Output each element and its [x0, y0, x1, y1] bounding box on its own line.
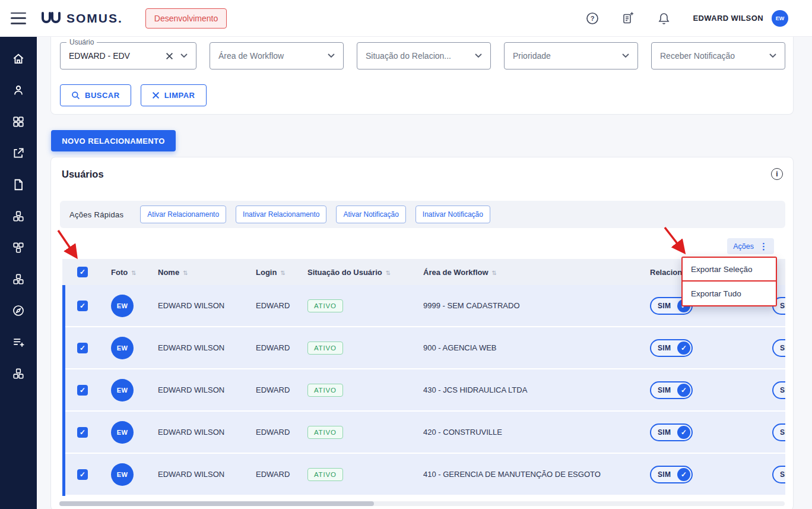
area-workflow-placeholder: Área de Workflow [218, 51, 328, 61]
brand-mark-icon [40, 11, 62, 26]
avatar: EW [111, 379, 134, 401]
acoes-label: Ações [733, 242, 754, 251]
inativar-notificacao-button[interactable]: Inativar Notificação [415, 206, 490, 223]
avatar: EW [111, 421, 134, 444]
select-all-checkbox[interactable] [77, 267, 88, 277]
clear-selection-icon[interactable] [166, 52, 173, 60]
user-name: EDWARD WILSON [693, 14, 763, 23]
notificacao-toggle[interactable]: SIM [772, 466, 785, 483]
playlist-add-icon [12, 336, 25, 349]
column-header-login[interactable]: Login⇅ [243, 268, 295, 277]
menu-item-exportar-selecao[interactable]: Exportar Seleção [683, 258, 776, 282]
cell-area: 430 - JCS HIDRAULICA LTDA [411, 385, 636, 394]
sidebar-item-playlist-add[interactable] [7, 330, 30, 354]
prioridade-select[interactable]: Prioridade [504, 42, 638, 69]
table-row[interactable]: EW EDWARD WILSON EDWARD ATIVO 420 - CONS… [62, 412, 785, 454]
sidebar-item-boxes-2[interactable] [7, 236, 30, 260]
novo-relacionamento-button[interactable]: NOVO RELACIONAMENTO [51, 130, 176, 151]
prioridade-placeholder: Prioridade [513, 51, 622, 61]
boxes-icon [12, 367, 25, 380]
sidebar-item-compass[interactable] [7, 299, 30, 323]
table-row[interactable]: EW EDWARD WILSON EDWARD ATIVO 410 - GERE… [62, 454, 785, 496]
sort-icon: ⇅ [386, 270, 391, 276]
situacao-relacionamento-select[interactable]: Situação do Relacion... [357, 42, 491, 69]
environment-badge: Desenvolvimento [145, 8, 227, 29]
row-checkbox[interactable] [77, 469, 88, 480]
acoes-dropdown-menu: Exportar Seleção Exportar Tudo [681, 257, 777, 306]
receber-notificacao-select[interactable]: Receber Notificação [651, 42, 785, 69]
relacionamento-toggle[interactable]: SIM [650, 423, 693, 441]
receber-notificacao-placeholder: Receber Notificação [660, 51, 769, 61]
cell-area: 9999 - SEM CADASTRADO [411, 301, 636, 310]
row-checkbox[interactable] [77, 385, 88, 396]
relacionamento-toggle[interactable]: SIM [650, 466, 693, 483]
compass-icon [12, 304, 25, 317]
notifications-bell-icon[interactable] [656, 11, 671, 26]
boxes-icon [12, 241, 25, 254]
limpar-button[interactable]: LIMPAR [141, 84, 207, 106]
notificacao-toggle[interactable]: SIM [772, 381, 785, 399]
sort-icon: ⇅ [492, 270, 497, 276]
area-workflow-select[interactable]: Área de Workflow [210, 42, 344, 69]
buscar-label: BUSCAR [85, 91, 120, 100]
acoes-menu-button[interactable]: Ações ⋮ [727, 238, 774, 254]
chevron-down-icon [328, 53, 335, 58]
cell-nome: EDWARD WILSON [145, 301, 243, 310]
chevron-down-icon [180, 53, 188, 58]
topbar: SOMUS. Desenvolvimento ? EDWARD WILSON E… [0, 0, 812, 37]
sort-icon: ⇅ [183, 270, 188, 276]
changelog-icon[interactable] [620, 11, 636, 26]
notificacao-toggle[interactable]: SIM [772, 339, 785, 357]
sidebar-item-users[interactable] [7, 78, 30, 102]
svg-text:?: ? [591, 15, 595, 22]
cell-nome: EDWARD WILSON [145, 470, 243, 479]
horizontal-scrollbar-thumb[interactable] [59, 501, 374, 506]
table-row[interactable]: EW EDWARD WILSON EDWARD ATIVO 900 - AGEN… [62, 327, 785, 369]
hamburger-menu-icon[interactable] [11, 12, 26, 24]
check-icon [677, 384, 690, 397]
table-row[interactable]: EW EDWARD WILSON EDWARD ATIVO 9999 - SEM… [62, 285, 785, 327]
notificacao-toggle[interactable]: SIM [772, 423, 785, 441]
check-icon [677, 468, 690, 481]
help-icon[interactable]: ? [585, 11, 600, 26]
ativar-relacionamento-button[interactable]: Ativar Relacionamento [140, 206, 226, 223]
buscar-button[interactable]: BUSCAR [60, 84, 131, 106]
sidebar-item-boxes-1[interactable] [7, 204, 30, 228]
column-header-foto[interactable]: Foto⇅ [98, 268, 145, 277]
relacionamento-toggle[interactable]: SIM [650, 381, 693, 399]
page-title: Usuários [62, 169, 104, 180]
sidebar-item-external[interactable] [7, 141, 30, 165]
column-header-nome[interactable]: Nome⇅ [145, 268, 243, 277]
horizontal-scrollbar[interactable] [59, 501, 785, 506]
cell-login: EDWARD [243, 301, 295, 310]
row-checkbox[interactable] [77, 301, 88, 311]
user-avatar[interactable]: EW [772, 10, 788, 27]
column-header-area[interactable]: Área de Workflow⇅ [411, 268, 636, 277]
sidebar-item-modules[interactable] [7, 110, 30, 134]
cell-nome: EDWARD WILSON [145, 385, 243, 394]
sidebar-item-documents[interactable] [7, 173, 30, 197]
row-checkbox[interactable] [77, 343, 88, 353]
inativar-relacionamento-button[interactable]: Inativar Relacionamento [236, 206, 326, 223]
sidebar-item-boxes-4[interactable] [7, 362, 30, 385]
cell-nome: EDWARD WILSON [145, 428, 243, 437]
usuario-select[interactable]: Usuário EDWARD - EDV [60, 42, 196, 69]
search-icon [71, 91, 80, 100]
relacionamento-toggle[interactable]: SIM [650, 339, 693, 357]
table-row[interactable]: EW EDWARD WILSON EDWARD ATIVO 430 - JCS … [62, 369, 785, 412]
info-icon[interactable]: i [771, 168, 783, 180]
column-header-situacao[interactable]: Situação do Usuário⇅ [295, 268, 411, 277]
brand-name: SOMUS. [66, 11, 123, 26]
ativar-notificacao-button[interactable]: Ativar Notificação [336, 206, 405, 223]
row-checkbox[interactable] [77, 427, 88, 438]
users-table: Foto⇅ Nome⇅ Login⇅ Situação do Usuário⇅ … [62, 259, 785, 496]
boxes-icon [12, 210, 25, 223]
kebab-menu-icon: ⋮ [759, 241, 768, 252]
cell-nome: EDWARD WILSON [145, 343, 243, 352]
menu-item-exportar-tudo[interactable]: Exportar Tudo [683, 282, 776, 305]
sidebar [0, 37, 37, 509]
sort-icon: ⇅ [131, 270, 136, 276]
sidebar-item-home[interactable] [7, 47, 30, 71]
sidebar-item-boxes-3[interactable] [7, 267, 30, 291]
cell-login: EDWARD [243, 428, 295, 437]
